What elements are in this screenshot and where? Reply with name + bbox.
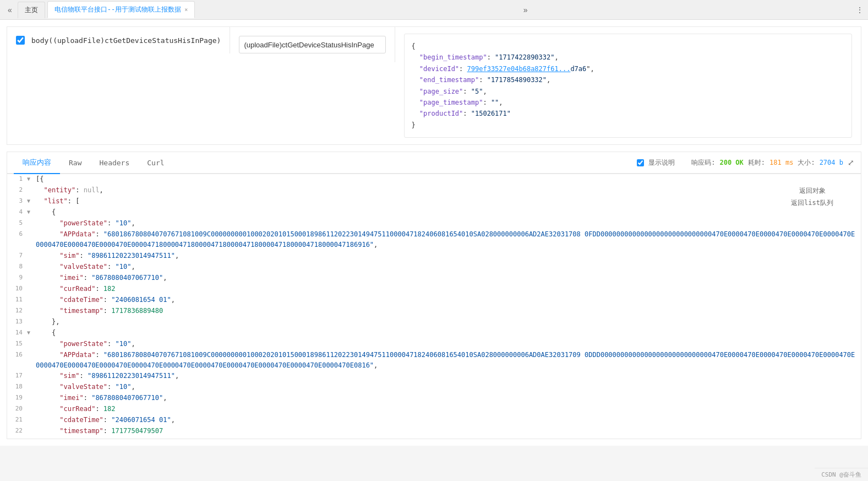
- line-number: 7: [7, 251, 27, 261]
- code-line: 7 "sim": "89861120223014947511",: [7, 251, 861, 262]
- line-content: },: [36, 437, 861, 439]
- tab-response-content[interactable]: 响应内容: [14, 152, 60, 174]
- code-line: 18 "valveState": "10",: [7, 382, 861, 393]
- line-collapse-icon: [27, 350, 36, 350]
- json-line-deviceid: "deviceId": 799ef33527e04b68a827f61...d7…: [411, 63, 845, 74]
- tab-more-button[interactable]: »: [523, 6, 528, 14]
- code-line: 9 "imei": "8678080407067710",: [7, 273, 861, 284]
- line-number: 13: [7, 317, 27, 327]
- line-content: "sim": "89861120223014947511",: [36, 251, 861, 261]
- tab-active[interactable]: 电信物联平台接口--用于测试物联上报数据 ×: [47, 1, 195, 18]
- line-content: "powerState": "10",: [36, 218, 861, 229]
- tab-close-icon[interactable]: ×: [184, 7, 188, 13]
- code-line: 11 "cdateTime": "2406081654 01",: [7, 295, 861, 306]
- code-line: 8 "valveState": "10",: [7, 262, 861, 273]
- show-desc-checkbox[interactable]: [637, 159, 644, 166]
- line-collapse-icon: [27, 284, 36, 284]
- line-content: "curRead": 182: [36, 284, 861, 294]
- json-line-page-size: "page_size": "5",: [411, 86, 845, 97]
- line-collapse-icon: [27, 218, 36, 219]
- code-line: 12 "timestamp": 1717836889480: [7, 306, 861, 317]
- line-collapse-icon: [27, 339, 36, 339]
- body-checkbox[interactable]: [16, 36, 25, 45]
- line-content: "powerState": "10",: [36, 339, 861, 349]
- code-line: 10 "curRead": 182: [7, 284, 861, 295]
- line-number: 11: [7, 295, 27, 305]
- line-number: 21: [7, 415, 27, 425]
- line-content: "valveState": "10",: [36, 382, 861, 392]
- code-line: 4▼ {: [7, 207, 861, 218]
- line-content: "APPdata": "6801867808040707671081009C00…: [36, 350, 861, 371]
- line-content: "imei": "8678080407067710",: [36, 393, 861, 403]
- code-line: 22 "timestamp": 1717750479507: [7, 426, 861, 437]
- line-collapse-icon[interactable]: ▼: [27, 207, 36, 217]
- show-desc-label: 显示说明: [648, 158, 675, 167]
- form-middle: [230, 27, 395, 62]
- code-area-wrapper: 1▼[{2 "entity": null,3▼ "list": [4▼ {5 "…: [7, 174, 861, 439]
- line-content: {: [36, 328, 861, 338]
- line-collapse-icon: [27, 426, 36, 426]
- line-number: 12: [7, 306, 27, 316]
- line-content: "imei": "8678080407067710",: [36, 273, 861, 283]
- line-collapse-icon: [27, 306, 36, 306]
- code-line: 23 },: [7, 437, 861, 439]
- line-number: 22: [7, 426, 27, 436]
- line-collapse-icon: [27, 404, 36, 404]
- line-collapse-icon: [27, 262, 36, 262]
- line-content: "timestamp": 1717836889480: [36, 306, 861, 316]
- line-content: {: [36, 207, 861, 218]
- form-right: { "begin_timestamp": "1717422890332", "d…: [395, 27, 861, 144]
- line-content: },: [36, 317, 861, 327]
- line-number: 19: [7, 393, 27, 403]
- line-number: 4: [7, 207, 27, 217]
- body-input[interactable]: [239, 36, 386, 53]
- line-collapse-icon[interactable]: ▼: [27, 174, 36, 183]
- active-tab-label: 电信物联平台接口--用于测试物联上报数据: [54, 5, 181, 14]
- time-val: 181 ms: [769, 159, 793, 166]
- home-tab-label: 主页: [25, 6, 38, 15]
- tab-nav-prev[interactable]: «: [4, 3, 15, 17]
- line-number: 9: [7, 273, 27, 283]
- code-line: 17 "sim": "89861120223014947511",: [7, 371, 861, 382]
- status-label: 响应码:: [691, 158, 715, 167]
- response-tab-bar: 响应内容 Raw Headers Curl 显示说明 响应码: 200 OK 耗…: [7, 152, 861, 174]
- response-section: 响应内容 Raw Headers Curl 显示说明 响应码: 200 OK 耗…: [7, 152, 861, 439]
- json-line-open: {: [411, 41, 845, 52]
- tab-expand-button[interactable]: ⋮: [856, 6, 864, 14]
- code-line: 21 "cdateTime": "2406071654 01",: [7, 415, 861, 426]
- response-meta: 显示说明 响应码: 200 OK 耗时: 181 ms 大小: 2704 b ⤢: [637, 158, 854, 167]
- tab-home[interactable]: 主页: [18, 2, 45, 18]
- line-number: 18: [7, 382, 27, 392]
- code-line: 13 },: [7, 317, 861, 328]
- code-line: 19 "imei": "8678080407067710",: [7, 393, 861, 404]
- code-line: 2 "entity": null,: [7, 185, 861, 196]
- line-collapse-icon: [27, 382, 36, 382]
- expand-button[interactable]: ⤢: [848, 158, 854, 167]
- line-collapse-icon: [27, 317, 36, 317]
- tab-headers[interactable]: Headers: [90, 153, 138, 174]
- json-line-page-ts: "page_timestamp": "",: [411, 97, 845, 108]
- json-line-productid: "productId": "15026171": [411, 108, 845, 119]
- code-line: 3▼ "list": [: [7, 196, 861, 207]
- main-content: body((uploadFile)ctGetDeviceStatusHisInP…: [0, 20, 868, 446]
- line-number: 2: [7, 185, 27, 195]
- tab-curl[interactable]: Curl: [138, 153, 173, 174]
- line-collapse-icon: [27, 393, 36, 393]
- line-collapse-icon[interactable]: ▼: [27, 328, 36, 337]
- line-content: "list": [: [36, 196, 861, 207]
- line-collapse-icon: [27, 371, 36, 371]
- line-content: "entity": null,: [36, 185, 861, 196]
- line-content: "curRead": 182: [36, 404, 861, 414]
- line-number: 14: [7, 328, 27, 338]
- line-collapse-icon: [27, 295, 36, 295]
- line-collapse-icon: [27, 273, 36, 273]
- line-collapse-icon: [27, 185, 36, 186]
- tab-raw[interactable]: Raw: [60, 153, 90, 174]
- line-content: [{: [36, 174, 861, 185]
- field-label: body((uploadFile)ctGetDeviceStatusHisInP…: [31, 36, 221, 45]
- code-view[interactable]: 1▼[{2 "entity": null,3▼ "list": [4▼ {5 "…: [7, 174, 861, 439]
- line-content: "timestamp": 1717750479507: [36, 426, 861, 436]
- line-collapse-icon[interactable]: ▼: [27, 196, 36, 206]
- line-content: "sim": "89861120223014947511",: [36, 371, 861, 381]
- form-section: body((uploadFile)ctGetDeviceStatusHisInP…: [7, 26, 861, 145]
